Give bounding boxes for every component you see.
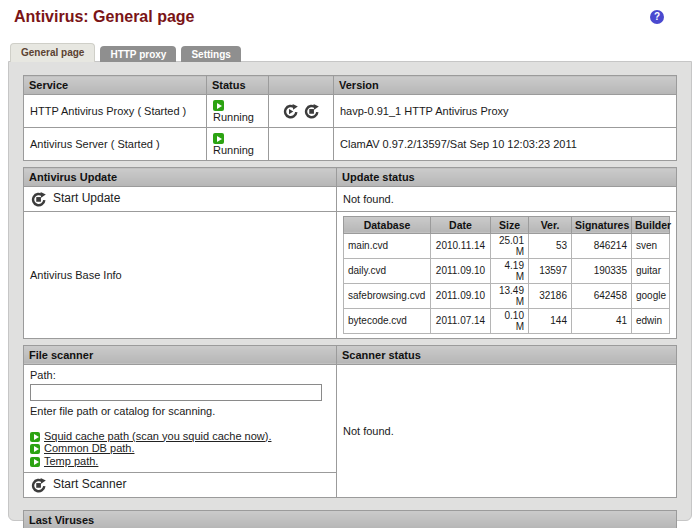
temp-path-link-label[interactable]: Temp path. (44, 455, 98, 467)
squid-cache-path-link[interactable]: Squid cache path (scan you squid cache n… (30, 431, 330, 443)
db-size: 13.49 M (491, 283, 529, 308)
start-update-icon[interactable] (31, 192, 46, 207)
service-version: havp-0.91_1 HTTP Antivirus Proxy (334, 95, 677, 128)
start-update-label[interactable]: Start Update (53, 191, 120, 205)
db-builder: google (632, 283, 670, 308)
database-table-cell: Database Date Size Ver. Signatures Build… (337, 211, 677, 338)
file-scanner-header: File scanner (24, 345, 337, 364)
running-icon (213, 133, 224, 144)
tab-settings[interactable]: Settings (181, 46, 240, 62)
db-signatures: 190335 (572, 258, 632, 283)
table-row: bytecode.cvd 2011.07.14 0.10 M 144 41 ed… (344, 308, 670, 333)
db-signatures: 642458 (572, 283, 632, 308)
db-ver: 32186 (529, 283, 572, 308)
stop-service-icon[interactable] (304, 104, 319, 119)
service-name: HTTP Antivirus Proxy ( Started ) (24, 95, 207, 128)
db-header-date: Date (431, 216, 491, 233)
db-name: safebrowsing.cvd (344, 283, 431, 308)
db-ver: 144 (529, 308, 572, 333)
last-viruses-header: Last Viruses (24, 510, 677, 528)
db-header-size: Size (491, 216, 529, 233)
running-icon (213, 100, 224, 111)
last-viruses-table: Last Viruses 10/09/2011 15:13:46 127.0.0… (23, 510, 677, 528)
db-date: 2011.07.14 (431, 308, 491, 333)
db-ver: 13597 (529, 258, 572, 283)
db-header-database: Database (344, 216, 431, 233)
start-update-button[interactable]: Start Update (24, 187, 337, 212)
common-db-path-link-label[interactable]: Common DB path. (44, 442, 134, 454)
db-builder: guitar (632, 258, 670, 283)
db-ver: 53 (529, 233, 572, 258)
db-signatures: 41 (572, 308, 632, 333)
page-title: Antivirus: General page (14, 8, 195, 25)
scanner-form: Path: Enter file path or catalog for sca… (24, 364, 337, 473)
services-header-service: Service (24, 76, 207, 95)
db-date: 2011.09.10 (431, 258, 491, 283)
service-controls (269, 95, 334, 128)
play-icon (30, 444, 40, 454)
db-signatures: 846214 (572, 233, 632, 258)
common-db-path-link[interactable]: Common DB path. (30, 443, 330, 455)
scanner-status-text: Not found. (337, 364, 677, 497)
update-status-text: Not found. (337, 187, 677, 212)
db-date: 2010.11.14 (431, 233, 491, 258)
db-size: 25.01 M (491, 233, 529, 258)
db-name: main.cvd (344, 233, 431, 258)
services-header-status: Status (207, 76, 269, 95)
table-row: main.cvd 2010.11.14 25.01 M 53 846214 sv… (344, 233, 670, 258)
antivirus-update-table: Antivirus Update Update status Start Upd… (23, 167, 677, 339)
db-header-signatures: Signatures (572, 216, 632, 233)
squid-cache-path-link-label[interactable]: Squid cache path (scan you squid cache n… (44, 430, 271, 442)
services-header-controls (269, 76, 334, 95)
play-icon (30, 432, 40, 442)
page-header: Antivirus: General page ? (14, 8, 686, 36)
services-header-version: Version (334, 76, 677, 95)
path-label: Path: (30, 369, 330, 381)
tab-general-page[interactable]: General page (10, 43, 95, 62)
db-date: 2011.09.10 (431, 283, 491, 308)
file-scanner-table: File scanner Scanner status Path: Enter … (23, 345, 677, 498)
service-name: Antivirus Server ( Started ) (24, 128, 207, 161)
db-header-builder: Builder (632, 216, 670, 233)
help-icon[interactable]: ? (650, 10, 664, 24)
tab-http-proxy[interactable]: HTTP proxy (100, 46, 176, 62)
path-input[interactable] (30, 384, 322, 401)
start-scanner-label[interactable]: Start Scanner (53, 477, 126, 491)
table-row: Antivirus Server ( Started ) Running Cla… (24, 128, 677, 161)
update-status-header: Update status (337, 168, 677, 187)
content-container: Service Status Version HTTP Antivirus Pr… (8, 61, 692, 521)
db-name: daily.cvd (344, 258, 431, 283)
service-controls (269, 128, 334, 161)
db-size: 4.19 M (491, 258, 529, 283)
db-size: 0.10 M (491, 308, 529, 333)
scanner-status-header: Scanner status (337, 345, 677, 364)
temp-path-link[interactable]: Temp path. (30, 456, 330, 468)
service-status: Running (207, 95, 269, 128)
db-name: bytecode.cvd (344, 308, 431, 333)
services-table: Service Status Version HTTP Antivirus Pr… (23, 75, 677, 161)
db-header-ver: Ver. (529, 216, 572, 233)
start-scanner-button[interactable]: Start Scanner (24, 473, 337, 498)
table-row: safebrowsing.cvd 2011.09.10 13.49 M 3218… (344, 283, 670, 308)
antivirus-base-info-label: Antivirus Base Info (24, 211, 337, 338)
play-icon (30, 457, 40, 467)
table-row: daily.cvd 2011.09.10 4.19 M 13597 190335… (344, 258, 670, 283)
tab-bar: General page HTTP proxy Settings (10, 43, 700, 61)
start-scanner-icon[interactable] (31, 478, 46, 493)
service-status: Running (207, 128, 269, 161)
restart-service-icon[interactable] (283, 104, 298, 119)
service-version: ClamAV 0.97.2/13597/Sat Sep 10 12:03:23 … (334, 128, 677, 161)
table-row: HTTP Antivirus Proxy ( Started ) Running… (24, 95, 677, 128)
path-hint: Enter file path or catalog for scanning. (30, 405, 330, 417)
service-status-label: Running (213, 144, 254, 156)
page: Antivirus: General page ? General page H… (0, 8, 700, 521)
service-status-label: Running (213, 111, 254, 123)
db-builder: sven (632, 233, 670, 258)
db-builder: edwin (632, 308, 670, 333)
update-header: Antivirus Update (24, 168, 337, 187)
database-table: Database Date Size Ver. Signatures Build… (343, 216, 670, 334)
